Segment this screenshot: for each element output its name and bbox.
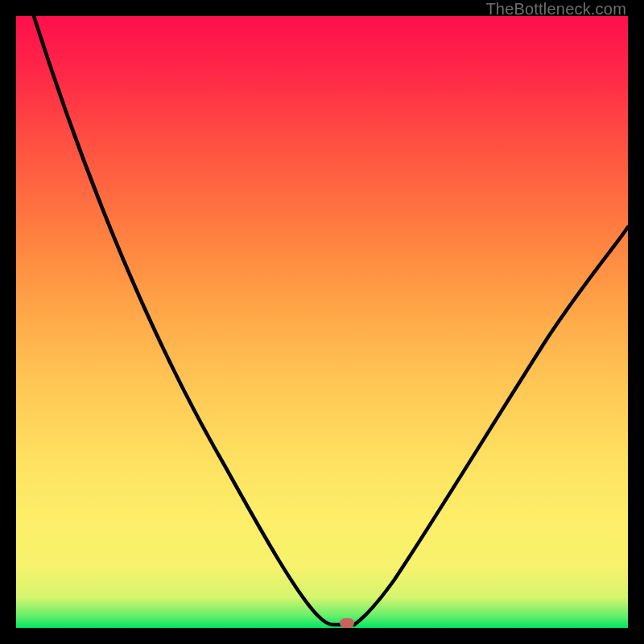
plot-area bbox=[16, 16, 628, 628]
curve-left-branch bbox=[34, 16, 354, 625]
chart-frame: TheBottleneck.com bbox=[0, 0, 644, 644]
marker-point bbox=[340, 618, 354, 628]
watermark-text: TheBottleneck.com bbox=[485, 0, 626, 19]
curve-right-branch bbox=[354, 227, 628, 625]
bottleneck-curve bbox=[16, 16, 628, 628]
